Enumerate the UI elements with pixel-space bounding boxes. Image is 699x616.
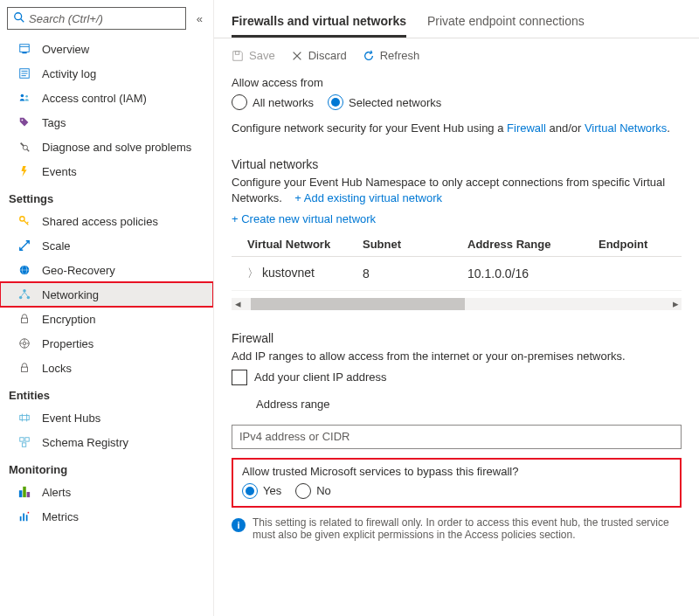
discard-icon [291,50,303,62]
svg-rect-37 [20,438,24,441]
vnets-description: Configure your Event Hub Namespace to on… [232,175,682,206]
overview-icon [16,42,33,56]
svg-point-10 [25,95,28,98]
sidebar-item-label: Events [42,165,77,178]
svg-rect-4 [22,52,26,54]
firewall-description: Add IP ranges to allow access from the i… [232,349,682,364]
firewall-link[interactable]: Firewall [507,121,546,135]
vnets-heading: Virtual networks [232,157,682,171]
lock-icon [16,361,33,375]
sidebar-item-locks[interactable]: Locks [0,356,213,380]
diagnose-icon [16,140,33,154]
add-client-ip-label: Add your client IP address [254,370,387,384]
radio-trusted-yes[interactable]: Yes [242,483,281,499]
add-client-ip-checkbox[interactable] [232,370,247,385]
sidebar-item-label: Activity log [42,67,96,80]
search-box[interactable] [7,7,186,30]
lock-icon [16,312,33,326]
save-icon [232,50,244,62]
svg-rect-45 [26,515,28,521]
sidebar-item-label: Overview [42,43,89,56]
radio-selected-networks[interactable]: Selected networks [328,94,441,110]
radio-all-networks[interactable]: All networks [232,94,314,110]
refresh-icon [363,50,375,62]
search-icon [13,11,25,26]
tab-private-endpoint[interactable]: Private endpoint connections [427,9,585,38]
svg-rect-34 [20,415,30,419]
discard-button[interactable]: Discard [291,49,347,62]
sidebar-item-events[interactable]: Events [0,159,213,183]
main-content: Firewalls and virtual networks Private e… [214,0,699,616]
radio-icon [232,94,247,110]
svg-line-17 [27,222,29,224]
info-icon: i [232,518,246,532]
svg-rect-44 [23,514,24,522]
sidebar-item-networking[interactable]: Networking [0,282,213,307]
horizontal-scrollbar[interactable]: ◂ ▸ [232,298,682,310]
scale-icon [16,239,33,253]
info-note: i This setting is related to firewall on… [214,515,699,541]
radio-trusted-no[interactable]: No [295,483,331,499]
sidebar-item-shared-access[interactable]: Shared access policies [0,209,213,233]
scroll-right-icon[interactable]: ▸ [669,298,682,310]
svg-line-25 [24,292,28,295]
svg-point-22 [19,296,23,300]
sidebar-item-label: Properties [42,337,93,350]
svg-point-46 [28,512,30,514]
sidebar-item-label: Access control (IAM) [42,92,147,105]
tab-firewalls[interactable]: Firewalls and virtual networks [232,9,406,38]
radio-icon [242,483,258,499]
svg-line-1 [21,18,24,22]
sidebar-item-properties[interactable]: Properties [0,331,213,356]
address-range-input-wrapper[interactable] [232,425,682,449]
svg-rect-38 [25,438,29,441]
table-row[interactable]: 〉kustovnet 8 10.1.0.0/16 [232,257,682,291]
radio-icon [328,94,343,110]
sidebar-item-event-hubs[interactable]: Event Hubs [0,405,213,430]
collapse-sidebar-button[interactable]: « [193,10,206,27]
sidebar-item-label: Metrics [42,510,79,523]
event-hubs-icon [16,411,33,425]
sidebar-item-tags[interactable]: Tags [0,110,213,135]
sidebar-item-alerts[interactable]: Alerts [0,480,213,504]
metrics-icon [16,509,33,523]
search-input[interactable] [29,12,180,25]
svg-line-24 [22,292,25,295]
svg-point-28 [23,342,26,345]
events-icon [16,164,33,178]
schema-icon [16,435,33,449]
virtual-networks-link[interactable]: Virtual Networks [585,121,667,135]
sidebar-item-activity-log[interactable]: Activity log [0,61,213,86]
scroll-left-icon[interactable]: ◂ [232,298,244,310]
svg-rect-42 [27,492,31,497]
access-from-label: Allow access from [232,76,682,89]
scrollbar-thumb[interactable] [251,298,465,310]
add-existing-vnet-link[interactable]: + Add existing virtual network [294,191,442,204]
sidebar: « Overview Activity log Access control (… [0,0,214,616]
svg-rect-39 [22,443,25,446]
sidebar-item-diagnose[interactable]: Diagnose and solve problems [0,135,213,159]
svg-rect-47 [235,51,239,54]
sidebar-section-entities: Entities [0,380,213,405]
sidebar-item-schema-registry[interactable]: Schema Registry [0,430,213,454]
sidebar-item-encryption[interactable]: Encryption [0,307,213,331]
sidebar-item-overview[interactable]: Overview [0,37,213,61]
tabs: Firewalls and virtual networks Private e… [214,3,699,38]
sidebar-item-metrics[interactable]: Metrics [0,504,213,529]
refresh-button[interactable]: Refresh [363,49,420,62]
sidebar-item-scale[interactable]: Scale [0,233,213,258]
address-range-input[interactable] [239,430,674,443]
save-button[interactable]: Save [232,49,275,62]
sidebar-item-label: Locks [42,362,72,375]
table-header: Virtual Network Subnet Address Range End… [232,232,682,257]
sidebar-item-access-control[interactable]: Access control (IAM) [0,86,213,110]
sidebar-item-label: Networking [42,288,99,301]
svg-rect-40 [23,487,26,497]
trusted-services-box: Allow trusted Microsoft services to bypa… [232,458,682,508]
sidebar-item-label: Geo-Recovery [42,264,115,277]
svg-rect-41 [19,490,23,497]
sidebar-item-geo-recovery[interactable]: Geo-Recovery [0,258,213,282]
sidebar-item-label: Tags [42,116,66,129]
create-new-vnet-link[interactable]: + Create new virtual network [232,212,376,225]
expand-row-icon[interactable]: 〉 [247,266,259,280]
